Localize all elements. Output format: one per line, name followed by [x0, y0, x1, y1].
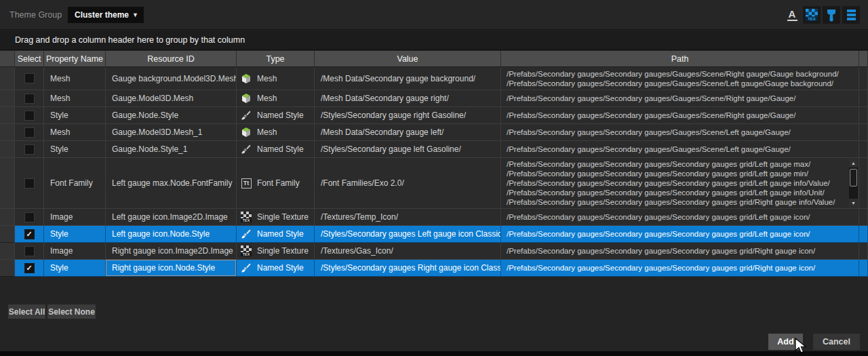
texture-checker-icon: TEX [241, 212, 252, 222]
select-cell [15, 141, 44, 158]
select-none-button[interactable]: Select None [47, 304, 96, 319]
type-label: Mesh [257, 127, 277, 137]
column-header-value[interactable]: Value [315, 51, 501, 67]
scroll-up-icon[interactable]: ▲ [849, 159, 858, 167]
path-cell: /Prefabs/Secondary gauges/Secondary gaug… [501, 209, 859, 226]
column-header-path[interactable]: Path [501, 51, 859, 67]
property-name-cell: Image [44, 243, 106, 260]
table-row[interactable]: Mesh Gauge.Model3D.Mesh_1 Mesh /Mesh Dat… [0, 124, 868, 141]
table-row[interactable]: Mesh Gauge.Model3D.Mesh Mesh /Mesh Data/… [0, 90, 868, 107]
list-filter-button[interactable] [842, 6, 860, 24]
resource-id-cell-focused: Right gauge icon.Node.Style [106, 260, 237, 277]
theme-dropdown[interactable]: Cluster theme ▼ [68, 7, 144, 23]
table-row-selected[interactable]: ✓ Style Left gauge icon.Node.Style Named… [0, 226, 868, 243]
style-brush-icon [241, 110, 252, 121]
texture-filter-button[interactable]: TEX [803, 6, 821, 24]
select-cell [15, 124, 44, 141]
resource-id-cell: Left gauge max.Node.FontFamily [106, 158, 237, 209]
style-brush-icon [241, 262, 252, 273]
property-name-cell: Mesh [44, 90, 106, 107]
property-name-cell: Style [44, 107, 106, 124]
type-cell: TEX Single Texture [237, 209, 315, 226]
select-all-button[interactable]: Select All [8, 304, 45, 319]
select-cell [15, 243, 44, 260]
property-name-cell: Mesh [44, 124, 106, 141]
svg-text:TEX: TEX [808, 17, 816, 21]
select-cell [15, 209, 44, 226]
column-header-select[interactable]: Select [15, 51, 44, 67]
scrollbar-thumb[interactable] [850, 169, 857, 186]
type-cell: Mesh [237, 124, 315, 141]
path-cell: /Prefabs/Secondary gauges/Secondary gaug… [501, 141, 859, 158]
row-checkbox[interactable] [24, 111, 35, 121]
table-row[interactable]: Mesh Gauge background.Model3D.Mesh Mesh … [0, 67, 868, 90]
type-label: Mesh [257, 94, 277, 103]
resource-id-cell: Gauge.Model3D.Mesh_1 [106, 124, 237, 141]
font-filter-button[interactable]: A [783, 6, 801, 24]
trailing-cell [859, 90, 868, 107]
style-brush-icon [241, 229, 252, 239]
value-cell: /Mesh Data/Secondary gauge background/ [315, 67, 501, 90]
path-cell: /Prefabs/Secondary gauges/Secondary gaug… [501, 124, 859, 141]
value-cell: /Font Families/Exo 2.0/ [315, 158, 501, 209]
bottom-edge [0, 351, 868, 356]
value-cell: /Styles/Secondary gauge right Gasoline/ [315, 107, 501, 124]
row-checkbox-checked[interactable]: ✓ [24, 229, 35, 239]
type-label: Mesh [257, 74, 277, 83]
style-filter-button[interactable] [823, 6, 840, 24]
type-label: Font Family [257, 178, 300, 188]
value-cell: /Textures/Temp_Icon/ [315, 209, 501, 226]
mesh-cube-icon [241, 127, 252, 138]
cancel-button[interactable]: Cancel [813, 334, 860, 350]
type-cell: TEX Single Texture [237, 243, 315, 260]
type-cell: Named Style [237, 107, 315, 124]
row-indicator [0, 260, 15, 277]
table-row[interactable]: Font Family Left gauge max.Node.FontFami… [0, 158, 868, 209]
select-cell [15, 158, 44, 209]
trailing-cell [859, 107, 868, 124]
value-cell: /Textures/Gas_Icon/ [315, 243, 501, 260]
add-button[interactable]: Add [768, 334, 803, 350]
type-cell: Tt Font Family [237, 158, 315, 209]
type-cell: Named Style [237, 260, 315, 277]
row-checkbox[interactable] [24, 246, 35, 256]
row-checkbox[interactable] [24, 212, 35, 222]
row-checkbox[interactable] [24, 127, 35, 138]
trailing-cell [859, 141, 868, 158]
property-name-cell: Image [44, 209, 106, 226]
resource-id-cell: Left gauge icon.Image2D.Image [106, 209, 237, 226]
font-family-icon: Tt [241, 178, 252, 189]
row-checkbox-checked[interactable]: ✓ [24, 263, 35, 273]
value-cell: /Styles/Secondary gauge left Gasoline/ [315, 141, 501, 158]
table-row[interactable]: Image Left gauge icon.Image2D.Image TEX … [0, 209, 868, 226]
property-name-cell: Mesh [44, 67, 106, 90]
table-row[interactable]: Style Gauge.Node.Style Named Style /Styl… [0, 107, 868, 124]
add-properties-dialog: Theme Group Cluster theme ▼ A TEX [0, 0, 868, 356]
trailing-cell [859, 124, 868, 141]
row-checkbox[interactable] [24, 144, 35, 155]
path-scrollbar[interactable]: ▲ ▼ [849, 159, 858, 207]
column-header-type[interactable]: Type [237, 51, 315, 67]
table-row[interactable]: Style Gauge.Node.Style_1 Named Style /St… [0, 141, 868, 158]
column-header-resource-id[interactable]: Resource ID [106, 51, 237, 67]
row-checkbox[interactable] [24, 94, 35, 104]
resource-id-cell: Gauge background.Model3D.Mesh [106, 67, 237, 90]
scroll-down-icon[interactable]: ▼ [849, 199, 858, 207]
svg-text:TEX: TEX [243, 252, 250, 256]
row-checkbox[interactable] [24, 178, 35, 189]
table-row[interactable]: Image Right gauge icon.Image2D.Image TEX… [0, 243, 868, 260]
row-indicator [0, 90, 15, 107]
chevron-down-icon: ▼ [132, 12, 138, 18]
row-checkbox[interactable] [24, 73, 35, 83]
path-cell: /Prefabs/Secondary gauges/Secondary gaug… [501, 226, 859, 243]
resource-id-cell: Gauge.Node.Style_1 [106, 141, 237, 158]
type-label: Named Style [257, 111, 304, 120]
value-cell: /Styles/Secondary gauges Right gauge ico… [315, 260, 501, 277]
type-cell: Named Style [237, 141, 315, 158]
column-header-property-name[interactable]: Property Name [44, 51, 106, 67]
table-row-selected[interactable]: ✓ Style Right gauge icon.Node.Style Name… [0, 260, 868, 277]
property-name-cell: Style [44, 260, 106, 277]
group-by-drop-zone[interactable]: Drag and drop a column header here to gr… [0, 31, 868, 50]
trailing-cell [859, 243, 868, 260]
theme-group-label: Theme Group [9, 10, 62, 20]
